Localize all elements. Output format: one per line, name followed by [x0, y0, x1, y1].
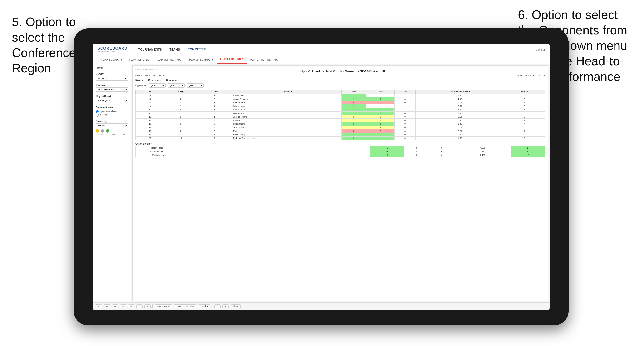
cell-loss: 2: [366, 119, 395, 122]
nav-committee[interactable]: COMMITTEE: [184, 44, 210, 55]
cell-rounds: 7: [504, 126, 545, 129]
opponent-filter-select[interactable]: (All): [187, 83, 204, 88]
cell-rounds: 2: [504, 129, 545, 133]
cell-tie: 0: [395, 112, 416, 115]
cell-tie: 0: [395, 122, 416, 126]
toolbar-sep1: [152, 305, 153, 308]
subnav-player-h2h-grid[interactable]: PLAYER H2H GRID: [217, 55, 247, 64]
toolbar-save-custom[interactable]: Save Custom View: [174, 305, 196, 308]
cell-opponent: Heejo Hyun: [232, 112, 342, 115]
sidebar-opponent-label: Opponent view: [96, 106, 128, 109]
col-opponent: Opponent: [232, 90, 342, 94]
gender-select[interactable]: Women's: [96, 76, 128, 80]
toolbar-back[interactable]: ←: [104, 305, 110, 308]
cell-diff: 3.67: [416, 105, 504, 108]
player-rank-select[interactable]: 6. Katelyn Vo: [96, 99, 128, 103]
conference-filter-select[interactable]: (All): [168, 83, 184, 88]
cell-loss: [366, 105, 395, 108]
sidebar-opponent-section: Opponent view Opponents Played Top 100: [96, 106, 128, 117]
report-area: Last Updated: 27/03/2024 16:34 Katelyn V…: [132, 65, 548, 301]
nav-tournaments[interactable]: TOURNAMENTS: [135, 44, 166, 55]
cell-div: 16: [136, 126, 165, 129]
cell-opponent: Esther Lee: [232, 94, 342, 97]
cell-reg: 3: [165, 126, 197, 129]
dot-up: [106, 129, 110, 133]
sidebar-gender-label: Gender: [96, 73, 128, 75]
cell-reg: 2: [165, 129, 197, 133]
opponents-label: Opponents:: [135, 84, 146, 87]
filter-group-opponent: Opponent: [166, 79, 177, 81]
cell-conf: 5: [197, 112, 232, 115]
cell-out-diff: 7.400: [454, 154, 511, 157]
sign-out[interactable]: | Sign out: [534, 48, 545, 51]
nav-teams[interactable]: TEAMS: [166, 44, 184, 55]
cell-div: 15: [136, 122, 165, 126]
report-records: Overall Record: 353 - 34 - 6 Division Re…: [135, 74, 545, 77]
cell-reg: 10: [165, 133, 197, 137]
report-header: Katelyn Vo Head-to-Head Grid for Women's…: [135, 69, 545, 73]
cell-opponent: Federica Domecq Lacroze: [232, 137, 342, 140]
radio-opponents-played[interactable]: Opponents Played: [96, 110, 128, 113]
toolbar-expand[interactable]: ⤢: [222, 305, 228, 308]
cell-opponent: Eunice Yi: [232, 119, 342, 122]
cell-tie: 0: [395, 129, 416, 133]
sidebar-radio-group: Opponents Played Top 100: [96, 110, 128, 117]
toolbar-undo[interactable]: ↩: [96, 305, 102, 308]
subnav-team-h2h-grid[interactable]: TEAM H2H GRID: [126, 55, 153, 64]
cell-opponent: Stella Cheng: [232, 122, 342, 126]
filter-region-label: Region: [135, 79, 144, 81]
last-updated: Last Updated: 27/03/2024 16:34: [135, 68, 162, 71]
out-of-division-label: Out of division: [135, 143, 545, 145]
subnav-player-summary[interactable]: PLAYER SUMMARY: [186, 55, 217, 64]
col-reg: # Reg: [165, 90, 197, 94]
cell-out-diff: 9.267: [454, 150, 511, 154]
cell-rounds: 3: [504, 105, 545, 108]
toolbar-view-original[interactable]: View: Original: [155, 305, 172, 308]
filter-row: Region Conference Opponent: [135, 79, 545, 81]
toolbar-grid[interactable]: ⊞: [120, 305, 126, 308]
subnav-team-h2h-heatmap[interactable]: TEAM H2H HEATMAP: [153, 55, 186, 64]
table-row: 19 10 6 Emily Chang 4 1 0 0.30 11: [136, 133, 545, 137]
colour-by-select[interactable]: Win/loss: [96, 124, 128, 128]
toolbar-export[interactable]: ↗: [214, 305, 220, 308]
cell-tie: 0: [395, 126, 416, 129]
cell-win: 1: [342, 122, 366, 126]
cell-out-win: 1: [370, 146, 404, 150]
cell-diff: 1.33: [416, 137, 504, 140]
sidebar-playerrank-section: Player (Rank) 6. Katelyn Vo: [96, 95, 128, 103]
toolbar-plus[interactable]: ⊕: [144, 305, 150, 308]
table-row: 15 8 5 Stella Cheng 1 0 0 1.25 4: [136, 122, 545, 126]
cell-diff: -3.00: [416, 115, 504, 119]
col-div: # Div: [136, 90, 165, 94]
toolbar-watch[interactable]: Watch ▾: [198, 305, 210, 308]
toolbar-refresh[interactable]: ↺: [136, 305, 142, 308]
cell-reg: 6: [165, 108, 197, 112]
sidebar-colour-section: Colour by Win/loss Down Level Up: [96, 120, 128, 136]
dot-down: [96, 129, 99, 133]
cell-diff: 4.00: [416, 108, 504, 112]
cell-conf: 5: [197, 122, 232, 126]
radio-top-100[interactable]: Top 100: [96, 114, 128, 117]
division-select[interactable]: NCAA Division III: [96, 87, 128, 92]
cell-win: 1: [342, 115, 366, 119]
cell-out-opponent: NCAA Division 2: [136, 154, 370, 157]
cell-div: 3: [136, 94, 165, 97]
cell-conf: 3: [197, 108, 232, 112]
cell-loss: 0: [366, 97, 395, 101]
cell-loss: 2: [366, 129, 395, 133]
dot-level: [101, 129, 104, 133]
toolbar-share[interactable]: Share: [230, 305, 240, 308]
subnav-player-h2h-heatmap[interactable]: PLAYER H2H HEATMAP: [247, 55, 283, 64]
toolbar-minus[interactable]: ⊟: [128, 305, 134, 308]
cell-conf: 6: [197, 133, 232, 137]
cell-opponent: Jessica Huang: [232, 115, 342, 119]
subnav-team-summary[interactable]: TEAM SUMMARY: [98, 55, 126, 64]
cell-diff: -5.00: [416, 129, 504, 133]
out-table-row: NCAA Division 2 5 0 0 7.400 10: [136, 154, 545, 157]
cell-div: 11: [136, 112, 165, 115]
toolbar-redo[interactable]: ↪: [112, 305, 118, 308]
cell-out-tie: 0: [429, 154, 454, 157]
nav-items: TOURNAMENTS TEAMS COMMITTEE: [135, 44, 210, 55]
cell-loss: [366, 94, 395, 97]
region-filter-select[interactable]: (All): [149, 83, 166, 88]
